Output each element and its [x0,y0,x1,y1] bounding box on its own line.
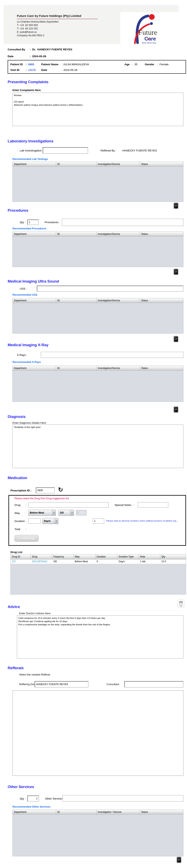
col-investigation: Investigation/Service [97,162,140,166]
referred-by-value: HANECKY FUENTE REYES [122,149,157,152]
col-id: ID [56,810,97,814]
os-input[interactable] [62,795,183,802]
patient-id-value: 6885 [28,63,34,66]
consultant-input[interactable] [124,681,183,687]
company-title: Future Care by Future Holdings (Pty) Lim… [17,14,81,18]
delete-drug-icon[interactable] [178,600,184,608]
xrays-label: X-Rays : [17,353,27,356]
cell-drug[interactable]: DICLOFENAC [31,559,52,564]
recommended-procedures-link[interactable]: Recommended Procedures [12,227,46,230]
recommended-uss-link[interactable]: Recommended USS [12,293,37,296]
drug-input[interactable] [28,502,109,507]
visit-id-value: 13175 [28,68,36,71]
recommended-xrays-link[interactable]: Recommended X-Rays [12,361,41,364]
company-email: E: jude@future.sc [17,31,37,33]
recommended-lab-testings-link[interactable]: Recommended Lab Testings [12,157,48,160]
col-note: Note [139,554,160,559]
col-status: Status [140,232,183,236]
advice-textarea[interactable]: Cold compress for 10-5 minutes every 2 h… [17,616,183,658]
complaints-textarea[interactable]: Review US report Abductor pollicis longu… [12,93,183,126]
procedures-table-header: Department ID Investigation/Service Stat… [12,231,183,237]
drug-list-title: Drug List [10,551,22,554]
visit-date-label: Date [41,68,47,71]
referred-by-label: Reffered By : [101,149,116,152]
cell-note: 1 tab [139,559,160,564]
way-select-value: Before Meal [28,512,52,514]
duration-input[interactable] [28,518,41,524]
consultant-label: Consultant [107,683,119,686]
refresh-icon[interactable]: ↻ [57,487,64,493]
patient-name-label: Patient Name [41,63,59,66]
drug-table-row[interactable]: 237 DICLOFENAC OD Before Meal 5 Day/s 1 … [11,559,186,564]
recommended-other-services-link[interactable]: Recommended Other Services [12,805,50,808]
consulted-by-value: : Dr. HANECKY FUENTE REYES [30,48,72,51]
cell-duration: 5 [96,559,118,564]
trash-glyph: ↺ [178,859,180,861]
diagnosis-textarea[interactable]: Tendinitis of the right wrist [12,425,183,468]
section-refferals: Refferals [8,666,24,670]
col-drug-id: Drug ID [11,554,31,559]
way-select[interactable]: Before Meal ▼ [28,510,56,516]
col-investigation: Investigation / Service [97,810,140,814]
logo-word-care: Care [144,36,156,42]
prescription-id-input[interactable] [36,487,55,493]
company-phone2: T: +24 84 225 252 [17,27,38,30]
frequency-select[interactable]: OD ▼ [58,510,74,516]
decimal-note: Please add as decimal numbers when addin… [106,520,185,522]
cell-way: Before Meal [74,559,96,564]
procedures-label: Procedures : [45,221,60,224]
company-address: Le Chainter,Victoria,Mahe,Seychelles [17,20,59,23]
delete-lab-icon[interactable]: ↺ [174,203,178,209]
drug-table-body: 237 DICLOFENAC OD Before Meal 5 Day/s 1 … [10,559,186,594]
frequency-select-value: OD [59,512,70,514]
procedures-input[interactable] [62,219,183,226]
refferal-list-box[interactable] [12,690,183,776]
duration-type-select[interactable]: Day/s ▼ [42,518,58,524]
lab-investigation-input[interactable] [43,147,88,154]
os-qty-input[interactable] [27,796,39,802]
xrays-input[interactable] [41,352,183,358]
dose-input[interactable] [93,518,104,524]
delete-other-services-icon[interactable]: ↺ [177,857,181,863]
drug-table-header: Drug ID Drug Fequency Way Duration Durat… [10,554,186,559]
col-investigation: Investigation/Service [97,366,140,370]
col-duration: Duration [96,554,118,559]
col-investigation: Investigation/Service [97,232,140,236]
logo-word-future: Future [138,28,157,36]
procedures-qty-input[interactable] [27,219,39,225]
cell-frequency: OD [52,559,73,564]
heart-icon: ❤ [147,38,149,40]
drug-suggestion-hint: Please select the Drug from Drug suggess… [14,497,69,500]
col-id: ID [56,162,97,166]
col-id: ID [56,298,97,303]
delete-procedures-icon[interactable]: ↺ [174,269,178,275]
patient-id-colon: : [26,63,27,66]
delete-uss-icon[interactable]: ↺ [174,336,178,342]
special-notes-label: Special Notes : [115,503,134,506]
cell-drug-id[interactable]: 237 [11,559,31,564]
col-status: Status [140,162,183,166]
delete-xray-icon[interactable]: ↺ [174,406,178,413]
refferal-subtitle: Select the needed Refferal [19,673,50,676]
special-notes-input[interactable] [138,502,168,507]
section-other-services: Other Services [8,785,34,789]
chevron-down-icon: ▼ [70,510,74,516]
os-table-body [12,814,183,856]
add-drug-button[interactable]: + Add Drug [14,535,39,542]
col-status: Status [140,366,183,370]
section-diagnosis: Diagnosis [8,414,26,419]
reffering-doctor-input[interactable] [35,681,88,687]
trash-glyph: ↺ [175,271,177,273]
uss-input[interactable] [37,286,183,291]
os-qty-label: Qty : [20,797,26,800]
col-duration-type: Duration Type [117,554,139,559]
age-label: Age [124,63,130,66]
col-status: Status [140,298,183,303]
age-value: : 35 [132,63,137,66]
os-table-header: Department ID Investigation / Service St… [12,810,183,814]
col-investigation: Investigation/Service [97,298,140,303]
section-presenting-complaints: Presenting Complaints [8,80,48,84]
logo-box: Future Care ❤ Body Mind Soul [120,12,179,44]
section-laboratory: Laboratory Investigations [8,139,53,144]
uss-table-header: Department ID Investigation/Service Stat… [12,298,183,303]
